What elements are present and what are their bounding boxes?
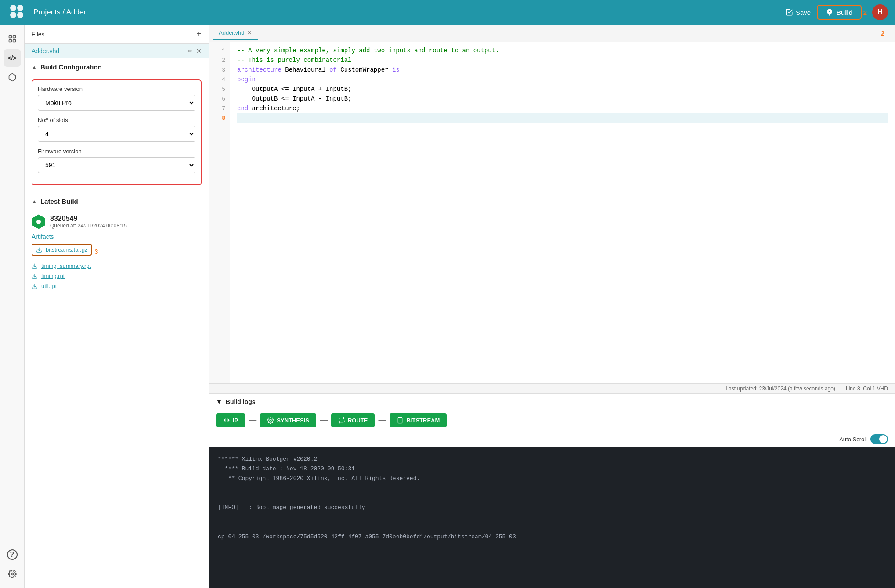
code-line-3: architecture Behavioural of CustomWrappe… [237, 65, 888, 75]
artifact-link-1[interactable]: timing_summary.rpt [32, 263, 202, 269]
pipeline-bitstream[interactable]: BITSTREAM [390, 413, 447, 427]
hardware-version-select[interactable]: Moku:Pro Moku:Lab Moku:Go [38, 95, 195, 111]
logo [7, 2, 33, 23]
add-file-button[interactable]: + [196, 29, 202, 39]
settings-nav-button[interactable] [4, 565, 21, 583]
svg-rect-5 [13, 36, 15, 38]
ip-icon [223, 417, 230, 424]
editor-area: Adder.vhd ✕ 2 1 2 3 4 5 6 7 8 -- A very … [209, 25, 895, 393]
pipeline-synthesis[interactable]: SYNTHESIS [260, 413, 316, 427]
rocket-icon [826, 8, 834, 16]
svg-point-1 [17, 5, 23, 11]
file-action-buttons: ✏ ✕ [188, 47, 202, 54]
edit-file-button[interactable]: ✏ [188, 47, 193, 54]
term-line-8: cp 04-255-03 /workspace/75d5d520-42ff-4f… [218, 532, 886, 542]
close-file-button[interactable]: ✕ [196, 47, 202, 54]
build-date: Queued at: 24/Jul/2024 00:08:15 [50, 223, 127, 229]
svg-point-0 [10, 5, 16, 11]
terminal-output[interactable]: ****** Xilinx Bootgen v2020.2 **** Build… [209, 447, 895, 588]
cube-nav-button[interactable] [4, 69, 21, 86]
breadcrumb: Projects / Adder [33, 8, 779, 17]
artifact-link-3[interactable]: util.rpt [32, 283, 202, 289]
term-line-4 [218, 493, 886, 503]
term-line-0: ****** Xilinx Bootgen v2020.2 [218, 455, 886, 464]
artifact-label-0: bitstreams.tar.gz [46, 246, 87, 253]
help-nav-button[interactable]: ? [4, 546, 21, 563]
code-content[interactable]: -- A very simple example, simply add two… [230, 42, 895, 383]
hardware-version-field: Hardware version Moku:Pro Moku:Lab Moku:… [38, 86, 195, 111]
synthesis-icon [267, 417, 274, 424]
code-editor[interactable]: 1 2 3 4 5 6 7 8 -- A very simple example… [209, 42, 895, 383]
auto-scroll-label: Auto Scroll [839, 436, 867, 443]
download-icon-3 [32, 283, 38, 289]
artifact-badge-0: 3 [94, 248, 98, 255]
svg-rect-6 [9, 40, 11, 42]
build-logs-section: ▼ Build logs IP — SYNTHESIS [209, 393, 895, 588]
hardware-version-label: Hardware version [38, 86, 195, 92]
artifact-label-1: timing_summary.rpt [41, 263, 91, 269]
pipeline-dash-1: — [248, 416, 257, 425]
tab-close-button[interactable]: ✕ [247, 30, 252, 36]
save-icon [785, 8, 793, 16]
term-line-2: ** Copyright 1986-2020 Xilinx, Inc. All … [218, 474, 886, 483]
build-button[interactable]: Build [817, 5, 862, 20]
files-nav-button[interactable] [4, 30, 21, 47]
pipeline-route[interactable]: ROUTE [331, 413, 375, 427]
files-header: Files + [25, 25, 209, 44]
svg-point-3 [17, 12, 23, 18]
firmware-label: Firmware version [38, 148, 195, 155]
editor-notification-count: 2 [881, 30, 891, 37]
pipeline-dash-3: — [377, 416, 387, 425]
term-line-1: **** Build date : Nov 18 2020-09:50:31 [218, 464, 886, 474]
svg-point-8 [11, 573, 13, 575]
artifact-link-2[interactable]: timing.rpt [32, 273, 202, 279]
auto-scroll-toggle[interactable] [870, 434, 888, 444]
build-config-header[interactable]: ▲ Build Configuration [25, 58, 209, 76]
pipeline-dash-2: — [319, 416, 328, 425]
term-line-5: [INFO] : Bootimage generated successfull… [218, 503, 886, 512]
build-logs-header[interactable]: ▼ Build logs [209, 394, 895, 410]
code-line-2: -- This is purely combinatorial [237, 55, 888, 65]
cursor-position: Line 8, Col 1 VHD [846, 386, 888, 392]
pipeline-ip[interactable]: IP [216, 413, 245, 427]
slots-select[interactable]: 1234 [38, 126, 195, 142]
slots-field: No# of slots 1234 [38, 117, 195, 142]
build-hex-icon [32, 215, 46, 229]
editor-tabs: Adder.vhd ✕ 2 [209, 25, 895, 42]
build-pipeline: IP — SYNTHESIS — ROUTE — [209, 410, 895, 433]
user-avatar[interactable]: H [872, 4, 888, 20]
svg-rect-16 [398, 417, 402, 423]
code-line-7: end architecture; [237, 104, 888, 113]
active-filename: Adder.vhd [32, 47, 59, 54]
code-nav-button[interactable]: </> [4, 49, 21, 67]
artifact-link-0[interactable]: bitstreams.tar.gz [32, 244, 92, 256]
latest-build-header[interactable]: ▲ Latest Build [25, 192, 209, 210]
auto-scroll-row: Auto Scroll [209, 433, 895, 447]
artifact-label-2: timing.rpt [41, 273, 65, 279]
term-line-7 [218, 523, 886, 532]
save-button[interactable]: Save [779, 6, 817, 19]
latest-build-section: 8320549 Queued at: 24/Jul/2024 00:08:15 … [25, 210, 209, 300]
code-icon: </> [7, 54, 16, 61]
slots-label: No# of slots [38, 117, 195, 123]
build-notification-badge: 2 [863, 9, 867, 16]
term-line-3 [218, 483, 886, 493]
firmware-field: Firmware version 591590589 [38, 148, 195, 173]
download-icon [36, 247, 42, 253]
code-line-8 [237, 113, 888, 123]
download-icon-2 [32, 273, 38, 279]
term-line-6 [218, 513, 886, 523]
svg-rect-7 [13, 40, 15, 42]
icon-bar: </> ? [0, 25, 25, 588]
build-item: 8320549 Queued at: 24/Jul/2024 00:08:15 [32, 215, 202, 229]
code-line-6: OutputB <= InputA - InputB; [237, 94, 888, 104]
artifact-label-3: util.rpt [41, 283, 57, 289]
svg-point-2 [10, 12, 16, 18]
firmware-select[interactable]: 591590589 [38, 157, 195, 173]
build-logs-chevron: ▼ [216, 398, 222, 405]
route-icon [338, 417, 345, 424]
svg-rect-4 [9, 36, 11, 38]
build-config-box: Hardware version Moku:Pro Moku:Lab Moku:… [32, 79, 202, 185]
editor-tab-adder-vhd[interactable]: Adder.vhd ✕ [213, 27, 258, 40]
svg-point-15 [270, 419, 271, 421]
